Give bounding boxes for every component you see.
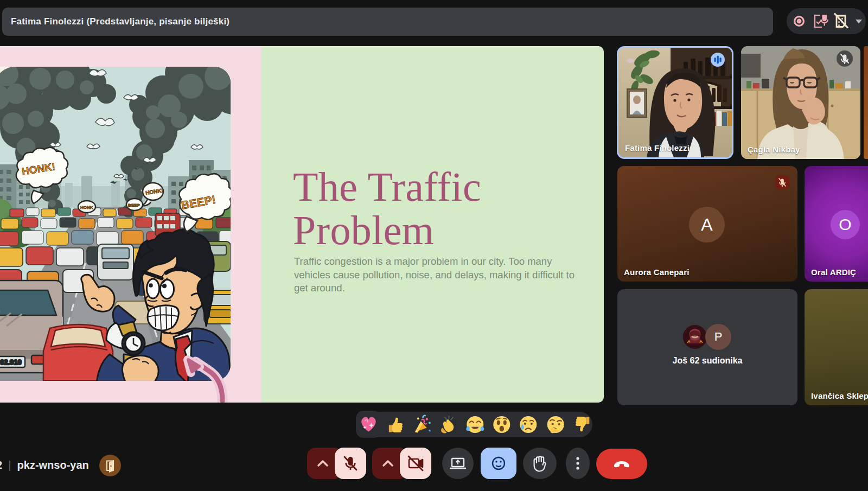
svg-text:HONK: HONK xyxy=(80,205,93,210)
svg-text:62.910: 62.910 xyxy=(0,358,22,366)
svg-text:BEEP: BEEP xyxy=(128,203,140,208)
